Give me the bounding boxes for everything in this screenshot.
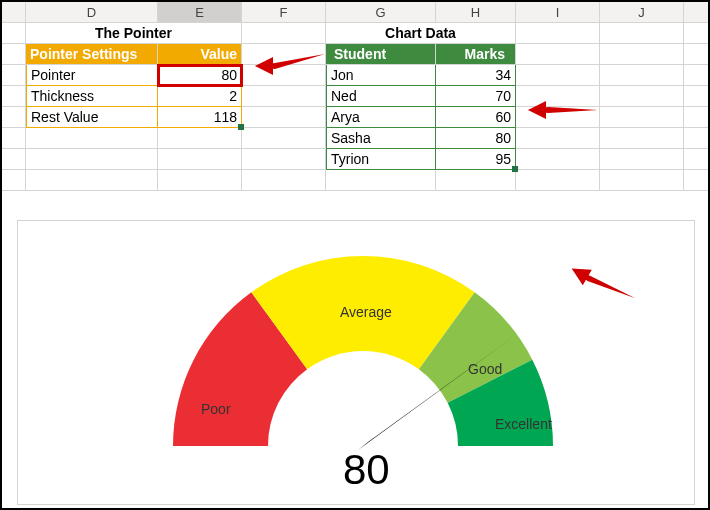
cell[interactable]	[684, 128, 710, 149]
cell[interactable]	[684, 86, 710, 107]
cell-pointer-label-0[interactable]: Pointer	[26, 65, 158, 86]
chartdata-header-student: Student	[326, 44, 436, 65]
cell[interactable]	[2, 44, 26, 65]
cell[interactable]	[600, 149, 684, 170]
cell[interactable]	[158, 170, 242, 191]
pointer-header-value: Value	[158, 44, 242, 65]
cell-marks-4[interactable]: 95	[436, 149, 516, 170]
gauge-graphic	[163, 246, 563, 476]
cell[interactable]	[158, 128, 242, 149]
cell[interactable]	[684, 23, 710, 44]
cell-pointer-value-2[interactable]: 118	[158, 107, 242, 128]
cell[interactable]	[2, 107, 26, 128]
cell-pointer-value-1[interactable]: 2	[158, 86, 242, 107]
cell[interactable]	[242, 170, 326, 191]
cell[interactable]	[2, 149, 26, 170]
cell[interactable]	[242, 107, 326, 128]
col-header-d[interactable]: D	[26, 2, 158, 23]
cell[interactable]	[516, 170, 600, 191]
cell-marks-1[interactable]: 70	[436, 86, 516, 107]
col-header-f[interactable]: F	[242, 2, 326, 23]
cell[interactable]	[600, 128, 684, 149]
label-excellent: Excellent	[495, 416, 552, 432]
cell-student-1[interactable]: Ned	[326, 86, 436, 107]
col-header-corner[interactable]	[2, 2, 26, 23]
gauge-chart[interactable]: Poor Average Good Excellent 80	[17, 220, 695, 505]
cell[interactable]	[600, 44, 684, 65]
cell[interactable]	[684, 65, 710, 86]
cell[interactable]	[684, 149, 710, 170]
col-header-g[interactable]: G	[326, 2, 436, 23]
cell-marks-3[interactable]: 80	[436, 128, 516, 149]
col-header-k[interactable]: K	[684, 2, 710, 23]
cell[interactable]	[684, 44, 710, 65]
cell[interactable]	[242, 149, 326, 170]
svg-marker-1	[255, 57, 273, 75]
cell[interactable]	[600, 170, 684, 191]
cell[interactable]	[436, 170, 516, 191]
cell[interactable]	[158, 149, 242, 170]
cell[interactable]	[600, 23, 684, 44]
cell[interactable]	[600, 86, 684, 107]
pointer-table-title: The Pointer	[26, 23, 242, 44]
label-poor: Poor	[201, 401, 231, 417]
cell[interactable]	[242, 128, 326, 149]
cell[interactable]	[326, 170, 436, 191]
arrow-icon	[528, 98, 598, 122]
col-header-j[interactable]: J	[600, 2, 684, 23]
col-header-h[interactable]: H	[436, 2, 516, 23]
cell[interactable]	[2, 65, 26, 86]
cell-student-2[interactable]: Arya	[326, 107, 436, 128]
label-average: Average	[340, 304, 392, 320]
cell-student-3[interactable]: Sasha	[326, 128, 436, 149]
col-header-i[interactable]: I	[516, 2, 600, 23]
cell[interactable]	[242, 86, 326, 107]
cell[interactable]	[26, 149, 158, 170]
cell-pointer-label-1[interactable]: Thickness	[26, 86, 158, 107]
cell[interactable]	[600, 65, 684, 86]
cell[interactable]	[600, 107, 684, 128]
arrow-icon	[255, 54, 325, 78]
cell[interactable]	[26, 128, 158, 149]
cell[interactable]	[516, 23, 600, 44]
gauge-value: 80	[343, 446, 390, 494]
cell[interactable]	[516, 65, 600, 86]
col-header-e[interactable]: E	[158, 2, 242, 23]
cell[interactable]	[242, 23, 326, 44]
svg-marker-3	[528, 101, 546, 119]
spreadsheet-grid[interactable]: D E F G H I J K The Pointer Chart Data P…	[2, 2, 708, 191]
cell[interactable]	[2, 86, 26, 107]
cell-student-4[interactable]: Tyrion	[326, 149, 436, 170]
cell[interactable]	[26, 170, 158, 191]
chartdata-header-marks: Marks	[436, 44, 516, 65]
pointer-header-settings: Pointer Settings	[26, 44, 158, 65]
cell[interactable]	[516, 149, 600, 170]
chartdata-table-title: Chart Data	[326, 23, 516, 44]
cell-pointer-label-2[interactable]: Rest Value	[26, 107, 158, 128]
cell[interactable]	[2, 128, 26, 149]
cell-marks-0[interactable]: 34	[436, 65, 516, 86]
cell-student-0[interactable]: Jon	[326, 65, 436, 86]
cell[interactable]	[2, 23, 26, 44]
cell[interactable]	[684, 107, 710, 128]
label-good: Good	[468, 361, 502, 377]
cell[interactable]	[684, 170, 710, 191]
cell[interactable]	[516, 128, 600, 149]
cell-marks-2[interactable]: 60	[436, 107, 516, 128]
cell[interactable]	[2, 170, 26, 191]
cell[interactable]	[516, 44, 600, 65]
app-window: D E F G H I J K The Pointer Chart Data P…	[0, 0, 710, 510]
cell-pointer-value-0[interactable]: 80	[158, 65, 242, 86]
